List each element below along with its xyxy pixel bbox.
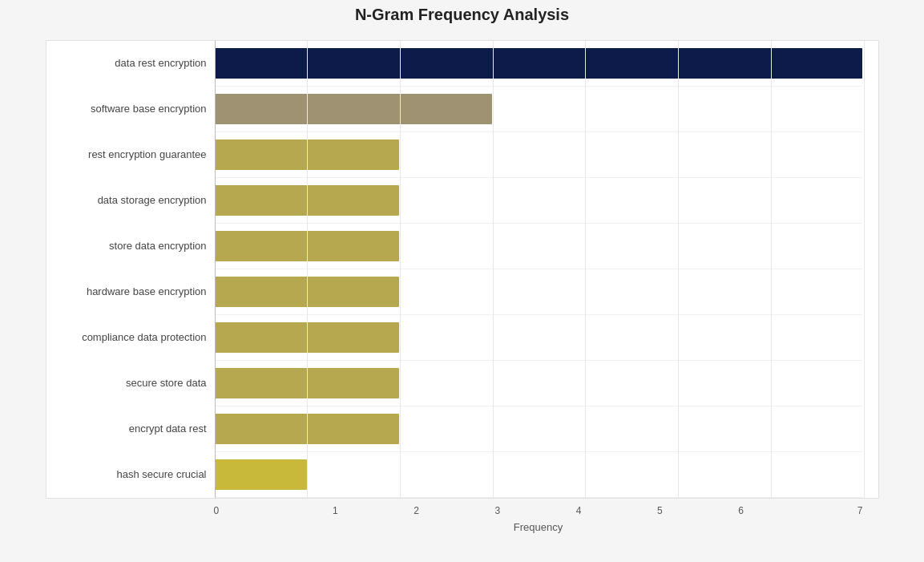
bar-row: encrypt data rest	[215, 406, 862, 452]
chart-container: N-Gram Frequency Analysis data rest encr…	[22, 0, 903, 562]
bar-label: encrypt data rest	[46, 423, 207, 435]
bar	[215, 459, 307, 490]
bar	[215, 368, 400, 398]
bar-row: compliance data protection	[215, 315, 862, 361]
bar-row: rest encryption guarantee	[215, 132, 862, 178]
x-tick: 6	[700, 505, 781, 516]
bar-row: hardware base encryption	[215, 269, 862, 315]
bar	[215, 139, 400, 170]
bar-track	[215, 139, 862, 170]
bar	[215, 277, 400, 307]
bar-row: secure store data	[215, 361, 862, 406]
bar-label: compliance data protection	[46, 331, 207, 343]
bar-label: rest encryption guarantee	[46, 148, 207, 160]
bar-track	[215, 231, 862, 261]
chart-area: data rest encryptionsoftware base encryp…	[46, 40, 879, 533]
bar-track	[215, 94, 862, 124]
plot-area: data rest encryptionsoftware base encryp…	[46, 40, 879, 499]
bar-label: hash secure crucial	[46, 468, 207, 480]
bar-track	[215, 48, 862, 79]
bar	[215, 185, 400, 216]
x-tick: 5	[619, 505, 700, 516]
grid-line	[864, 41, 865, 498]
bar-label: data rest encryption	[46, 57, 207, 69]
bar-track	[215, 322, 862, 353]
bar-label: store data encryption	[46, 240, 207, 252]
bar-track	[215, 414, 862, 444]
bar-label: data storage encryption	[46, 194, 207, 206]
bar-row: data storage encryption	[215, 178, 862, 224]
x-tick: 1	[295, 505, 376, 516]
bar-label: secure store data	[46, 377, 207, 389]
bar-track	[215, 185, 862, 216]
bar-row: data rest encryption	[215, 41, 862, 87]
bar-row: software base encryption	[215, 87, 862, 132]
bar-label: software base encryption	[46, 103, 207, 115]
x-tick: 3	[457, 505, 538, 516]
x-ticks: 01234567	[214, 505, 863, 516]
x-tick: 2	[376, 505, 457, 516]
x-axis: 01234567	[46, 505, 879, 516]
bar	[215, 231, 400, 261]
bar-row: store data encryption	[215, 224, 862, 269]
x-tick: 0	[214, 505, 295, 516]
bar	[215, 414, 400, 444]
bar-track	[215, 368, 862, 398]
bar	[215, 48, 862, 79]
bar-row: hash secure crucial	[215, 452, 862, 498]
bar-track	[215, 459, 862, 490]
x-tick: 4	[539, 505, 619, 516]
bar-track	[215, 277, 862, 307]
x-axis-label: Frequency	[46, 521, 879, 533]
chart-title: N-Gram Frequency Analysis	[46, 6, 879, 24]
bar-label: hardware base encryption	[46, 285, 207, 297]
bar	[215, 322, 400, 353]
bar	[215, 94, 492, 124]
x-tick: 7	[781, 505, 862, 516]
